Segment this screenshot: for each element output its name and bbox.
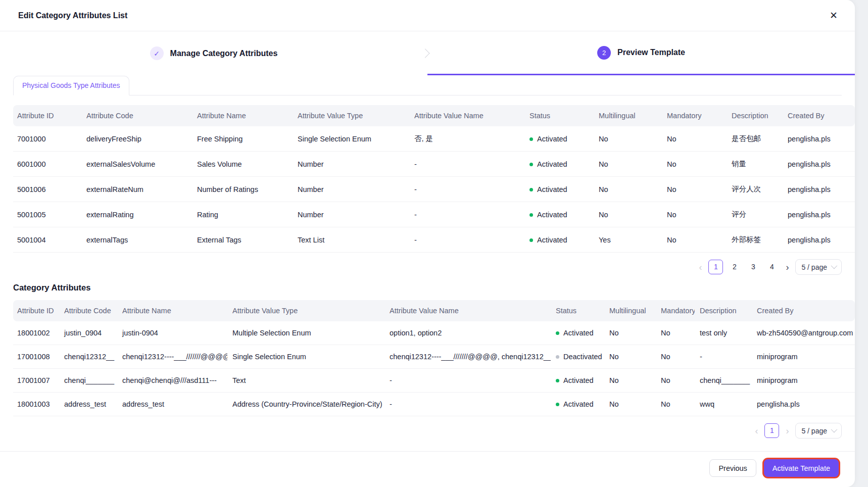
cell-description: chenqi_______ [695,369,752,393]
page-button-1[interactable]: 1 [708,260,723,274]
prev-page-button[interactable]: ‹ [752,424,760,438]
page-button-1[interactable]: 1 [764,423,779,438]
step-number-badge: 2 [597,46,611,60]
modal-footer: Previous Activate Template [0,451,855,487]
modal-content: Physical Goods Type Attributes Attribute… [0,75,855,451]
cell-id: 7001000 [13,126,81,152]
cell-value-name: option1, option2 [384,321,551,345]
column-header: Attribute Code [59,300,117,321]
table-row: 5001005externalRatingRatingNumber-Activa… [13,202,855,227]
close-icon[interactable]: ✕ [828,9,840,22]
cell-description: 是否包邮 [727,126,783,152]
column-header: Description [727,105,783,126]
cell-value-name: - [384,393,551,416]
status-badge: Activated [524,152,594,177]
cell-code: address_test [59,393,117,416]
type-attributes-pagination: ‹ 1234 › 5 / page [13,259,842,275]
column-header: Created By [752,300,855,321]
cell-code: chenqi12312__ [59,345,117,369]
next-page-button[interactable]: › [783,424,791,438]
cell-created-by: miniprogram [752,369,855,393]
page-button-3[interactable]: 3 [746,260,760,274]
column-header: Attribute Value Type [293,105,409,126]
column-header: Status [524,105,594,126]
table-row: 5001004externalTagsExternal TagsText Lis… [13,227,855,253]
page-button-4[interactable]: 4 [764,260,779,274]
prev-page-button[interactable]: ‹ [696,260,704,274]
page-button-2[interactable]: 2 [727,260,742,274]
category-attributes-pagination: ‹ 1 › 5 / page [13,423,842,439]
status-badge: Activated [524,202,594,227]
cell-value-type: Number [293,152,409,177]
cell-value-name: - [409,177,524,202]
cell-multilingual: No [594,126,662,152]
cell-code: justin_0904 [59,321,117,345]
type-attributes-table: Attribute IDAttribute CodeAttribute Name… [13,105,855,253]
cell-value-type: Multiple Selection Enum [227,321,384,345]
column-header: Attribute Value Name [409,105,524,126]
cell-description: - [695,345,752,369]
cell-id: 18001003 [13,393,59,416]
cell-id: 5001006 [13,177,81,202]
column-header: Description [695,300,752,321]
cell-id: 5001004 [13,227,81,253]
status-badge: Activated [551,321,604,345]
page-size-value: 5 / page [801,263,827,271]
cell-mandatory: No [656,321,695,345]
modal-title: Edit Category Attributes List [18,11,127,20]
table-header-row: Attribute IDAttribute CodeAttribute Name… [13,300,855,321]
cell-mandatory: No [656,345,695,369]
cell-mandatory: No [656,393,695,416]
category-attributes-section-title: Category Attributes [13,283,842,293]
cell-multilingual: No [594,202,662,227]
page-size-select[interactable]: 5 / page [795,259,842,275]
status-badge: Activated [524,126,594,152]
status-badge: Activated [524,227,594,253]
page-size-select[interactable]: 5 / page [795,423,842,439]
status-dot-icon [556,331,559,335]
cell-name: Free Shipping [192,126,293,152]
cell-id: 5001005 [13,202,81,227]
status-badge: Activated [551,369,604,393]
cell-description: test only [695,321,752,345]
cell-name: justin-0904 [117,321,227,345]
cell-created-by: penglisha.pls [783,202,855,227]
cell-name: address_test [117,393,227,416]
cell-created-by: penglisha.pls [783,177,855,202]
table-row: 17001007chenqi_______chenqi@chenqi@///as… [13,369,855,393]
step-manage-category-attributes[interactable]: ✓ Manage Category Attributes [0,31,427,75]
activate-template-button[interactable]: Activate Template [764,459,839,477]
previous-button[interactable]: Previous [709,459,756,477]
status-dot-icon [529,163,533,166]
cell-value-type: Number [293,202,409,227]
step-preview-template[interactable]: 2 Preview Template [427,31,855,75]
column-header: Attribute Name [192,105,293,126]
tab-physical-goods-type-attributes[interactable]: Physical Goods Type Attributes [13,76,129,95]
cell-mandatory: No [662,227,727,253]
status-dot-icon [529,238,533,242]
table-row: 5001006externalRateNumNumber of RatingsN… [13,177,855,202]
cell-multilingual: Yes [594,227,662,253]
cell-id: 18001002 [13,321,59,345]
page-buttons: 1 [764,423,779,438]
cell-created-by: penglisha.pls [783,152,855,177]
cell-id: 6001000 [13,152,81,177]
cell-value-name: - [384,369,551,393]
cell-mandatory: No [662,202,727,227]
next-page-button[interactable]: › [783,260,791,274]
cell-description: 外部标签 [727,227,783,253]
column-header: Created By [783,105,855,126]
cell-name: External Tags [192,227,293,253]
status-badge: Deactivated [551,345,604,369]
cell-value-name: 否, 是 [409,126,524,152]
cell-multilingual: No [604,369,656,393]
modal-header: Edit Category Attributes List ✕ [0,0,855,31]
column-header: Status [551,300,604,321]
status-badge: Activated [551,393,604,416]
status-dot-icon [529,137,533,141]
column-header: Attribute Value Type [227,300,384,321]
category-attributes-table: Attribute IDAttribute CodeAttribute Name… [13,300,855,416]
cell-code: externalSalesVolume [81,152,192,177]
table-row: 18001003address_testaddress_testAddress … [13,393,855,416]
page-buttons: 1234 [708,260,779,274]
